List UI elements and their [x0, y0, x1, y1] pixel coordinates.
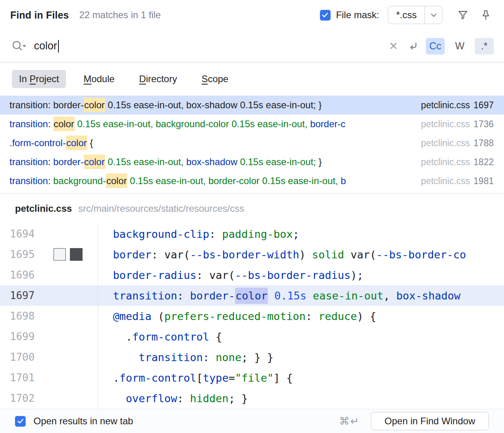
result-text: transition: background-color 0.15s ease-…: [9, 175, 346, 186]
code-token: ): [357, 310, 370, 322]
code-token: :: [196, 269, 209, 281]
code-token: ; }: [229, 392, 248, 405]
results-list: transition: border-color 0.15s ease-in-o…: [0, 96, 504, 194]
code-token: ; } }: [241, 351, 273, 363]
text-segment: b: [340, 175, 346, 186]
chevron-down-icon[interactable]: [425, 6, 442, 24]
text-segment: 0.15s ease-in-out, border-color 0.15s ea…: [127, 175, 340, 186]
code-line[interactable]: 1701.form-control[type="file"] {: [0, 367, 504, 388]
result-row[interactable]: transition: border-color 0.15s ease-in-o…: [0, 152, 504, 171]
text-segment: background-: [53, 175, 106, 186]
result-file-name: petclinic.css: [421, 138, 470, 149]
code-text: border-radius: var(--bs-border-radius);: [98, 269, 363, 281]
text-segment: :: [48, 119, 53, 129]
text-segment: border-: [53, 156, 84, 167]
code-text: transition: border-color 0.15s ease-in-o…: [98, 288, 461, 304]
code-line[interactable]: 1699 .form-control {: [0, 326, 504, 347]
result-line-number: 1822: [474, 157, 494, 168]
code-line[interactable]: 1702 overflow: hidden; }: [0, 388, 504, 409]
text-segment: :: [48, 156, 53, 167]
text-segment: color: [53, 117, 75, 131]
scope-tab-scope[interactable]: Scope: [194, 70, 235, 88]
code-line[interactable]: 1694background-clip: padding-box;: [0, 224, 504, 244]
result-row[interactable]: .form-control-color {petclinic.css1788: [0, 134, 504, 152]
pin-icon[interactable]: [479, 8, 493, 22]
result-row[interactable]: transition: background-color 0.15s ease-…: [0, 171, 504, 190]
code-preview: 1694background-clip: padding-box;1695bor…: [0, 224, 504, 409]
code-token: 0.15s: [274, 290, 306, 302]
text-segment: 0.15s ease-in-out;: [240, 156, 316, 167]
filter-icon[interactable]: [456, 8, 470, 22]
code-token: "file": [235, 372, 274, 384]
match-case-toggle[interactable]: Cc: [426, 38, 445, 55]
search-icon[interactable]: [10, 38, 28, 54]
code-line[interactable]: 1696border-radius: var(--bs-border-radiu…: [0, 265, 504, 285]
text-segment: .: [9, 137, 12, 148]
check-icon: [322, 12, 328, 18]
preview-file-path: src/main/resources/static/resources/css: [78, 203, 244, 214]
code-token: var(: [164, 249, 190, 261]
text-segment: :: [48, 175, 53, 186]
footer-bar: Open results in new tab ⌘↵ Open in Find …: [0, 409, 504, 433]
code-token: border-: [190, 290, 235, 302]
file-mask-value: *.css: [388, 9, 425, 21]
text-segment: 0.15s ease-in-out,: [108, 156, 184, 167]
code-line[interactable]: 1698@media (prefers-reduced-motion: redu…: [0, 306, 504, 326]
code-line[interactable]: 1700 transition: none; } }: [0, 347, 504, 367]
text-segment: background-color 0.15s ease-in-out,: [156, 119, 307, 129]
code-token: (: [152, 310, 165, 322]
search-input[interactable]: color: [34, 40, 152, 53]
file-mask-checkbox[interactable]: [320, 10, 331, 21]
text-segment: box-shadow: [186, 156, 237, 167]
code-token: [268, 290, 274, 302]
code-token: type: [203, 372, 229, 384]
code-token: ease-in-out: [313, 290, 384, 302]
result-text: transition: border-color 0.15s ease-in-o…: [9, 100, 322, 111]
result-line-number: 1981: [474, 176, 494, 186]
open-results-checkbox[interactable]: [15, 416, 26, 427]
code-text: background-clip: padding-box;: [98, 228, 299, 240]
line-number: 1698: [0, 306, 98, 326]
code-token: =: [229, 372, 235, 384]
text-segment: transition: [9, 119, 48, 129]
code-token: :: [177, 392, 190, 405]
code-text: .form-control[type="file"] {: [98, 372, 293, 384]
code-token: :: [203, 351, 216, 363]
code-token: [113, 392, 126, 405]
code-token: ;: [293, 228, 299, 240]
newline-icon[interactable]: [406, 39, 420, 53]
code-token: color: [235, 288, 268, 304]
code-token: var(: [351, 249, 376, 261]
text-segment: color: [84, 98, 105, 112]
regex-toggle[interactable]: .*: [475, 38, 494, 55]
code-token: form-control: [132, 331, 209, 343]
open-in-find-window-button[interactable]: Open in Find Window: [371, 412, 489, 430]
file-mask-combobox[interactable]: *.css: [388, 6, 442, 24]
result-line-number: 1697: [474, 100, 494, 111]
code-line[interactable]: 1695border: var(--bs-border-width) solid…: [0, 244, 504, 265]
code-token: :: [177, 290, 190, 302]
line-number: 1700: [0, 347, 98, 367]
code-token: :: [152, 249, 165, 261]
scope-tab-directory[interactable]: Directory: [132, 70, 184, 88]
text-segment: [184, 156, 186, 167]
check-icon: [17, 418, 24, 424]
text-segment: [105, 156, 108, 167]
result-file-label: petclinic.css1736: [404, 115, 504, 134]
scope-tab-module[interactable]: Module: [76, 70, 122, 88]
code-token: .: [113, 331, 132, 343]
result-row[interactable]: transition: border-color 0.15s ease-in-o…: [0, 96, 504, 115]
text-segment: color: [66, 136, 87, 150]
gutter-color-swatches: [53, 248, 83, 261]
clear-search-icon[interactable]: ✕: [386, 40, 401, 53]
result-row[interactable]: transition: color 0.15s ease-in-out, bac…: [0, 115, 504, 134]
line-number: 1702: [0, 388, 98, 409]
preview-file-name: petclinic.css: [15, 203, 72, 214]
whole-words-toggle[interactable]: W: [450, 38, 469, 55]
code-token: box-shadow: [396, 290, 461, 302]
text-segment: form-control-: [12, 137, 66, 148]
code-line[interactable]: 1697transition: border-color 0.15s ease-…: [0, 285, 504, 306]
text-segment: transition: [9, 156, 48, 167]
code-text: transition: none; } }: [98, 351, 273, 363]
scope-tab-in-project[interactable]: In Project: [12, 70, 66, 88]
